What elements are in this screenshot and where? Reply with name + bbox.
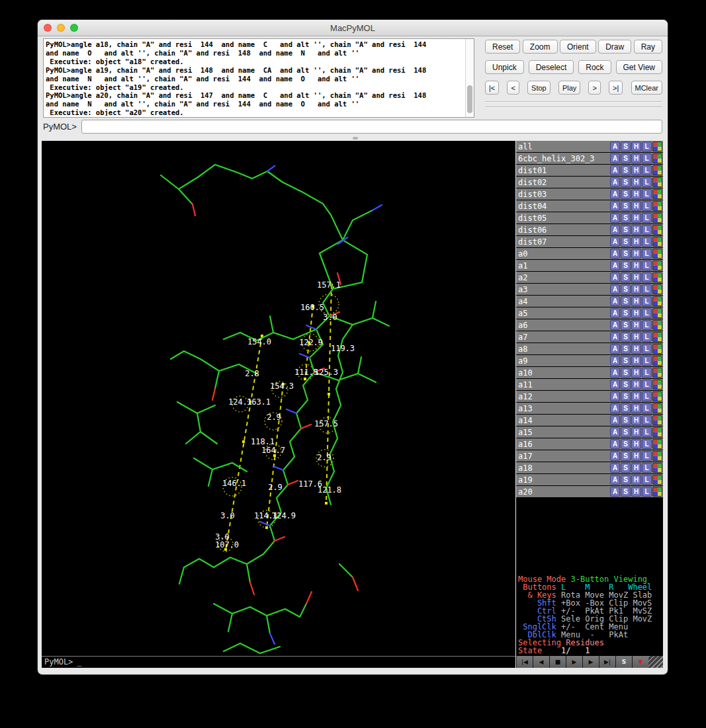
object-name[interactable]: a3 [516, 285, 610, 294]
object-name[interactable]: a17 [516, 452, 610, 461]
object-a4-a-button[interactable]: A [610, 296, 620, 306]
object-a2-h-button[interactable]: H [631, 272, 641, 282]
object-a14-l-button[interactable]: L [642, 415, 652, 425]
object-a5-s-button[interactable]: S [621, 308, 631, 318]
object-a17-l-button[interactable]: L [642, 451, 652, 461]
object-a0-l-button[interactable]: L [642, 249, 652, 259]
object-dist03-s-button[interactable]: S [621, 189, 631, 199]
object-name[interactable]: a10 [516, 368, 610, 378]
object-a15-l-button[interactable]: L [642, 427, 652, 437]
toolbar-button-zoom[interactable]: Zoom [523, 40, 558, 54]
object-a11-h-button[interactable]: H [631, 380, 641, 389]
object-a16-c-button[interactable] [652, 439, 662, 449]
object-name[interactable]: a14 [516, 416, 610, 425]
object-a0-c-button[interactable] [652, 249, 662, 259]
command-input[interactable] [81, 120, 662, 134]
object-6cbc_helix_302_3-h-button[interactable]: H [631, 153, 641, 163]
playback-first-button[interactable]: |◀ [516, 656, 533, 668]
object-a20-h-button[interactable]: H [631, 487, 641, 497]
object-a19-l-button[interactable]: L [642, 475, 652, 485]
object-a10-c-button[interactable] [652, 368, 662, 378]
object-name[interactable]: a0 [516, 249, 610, 259]
object-a20-s-button[interactable]: S [621, 487, 631, 497]
object-dist06-c-button[interactable] [652, 225, 662, 235]
object-a8-h-button[interactable]: H [631, 344, 641, 354]
object-name[interactable]: a4 [516, 297, 610, 306]
object-dist05-s-button[interactable]: S [621, 213, 631, 223]
toolbar-button-nav[interactable]: >| [609, 81, 623, 95]
object-name[interactable]: a11 [516, 380, 610, 389]
object-name[interactable]: 6cbc_helix_302_3 [516, 154, 610, 163]
object-all-l-button[interactable]: L [642, 142, 652, 151]
object-6cbc_helix_302_3-s-button[interactable]: S [621, 153, 631, 163]
object-a1-l-button[interactable]: L [642, 261, 652, 270]
object-a9-c-button[interactable] [652, 356, 662, 366]
viewport[interactable]: 157.1160.53.0154.0122.9119.32.8111.5125.… [42, 141, 515, 668]
object-dist03-h-button[interactable]: H [631, 189, 641, 199]
object-a13-l-button[interactable]: L [642, 403, 652, 413]
object-a4-h-button[interactable]: H [631, 296, 641, 306]
object-a9-a-button[interactable]: A [610, 356, 620, 366]
object-a1-h-button[interactable]: H [631, 261, 641, 270]
object-a8-s-button[interactable]: S [621, 344, 631, 354]
object-name[interactable]: a15 [516, 428, 610, 437]
object-dist07-s-button[interactable]: S [621, 237, 631, 247]
object-a19-s-button[interactable]: S [621, 475, 631, 485]
toolbar-button-deselect[interactable]: Deselect [529, 60, 574, 74]
object-a16-h-button[interactable]: H [631, 439, 641, 449]
toolbar-button-nav[interactable]: > [588, 81, 600, 95]
object-name[interactable]: a9 [516, 356, 610, 366]
object-name[interactable]: a6 [516, 321, 610, 330]
object-dist01-h-button[interactable]: H [631, 165, 641, 175]
object-a6-a-button[interactable]: A [610, 320, 620, 330]
object-a20-a-button[interactable]: A [610, 487, 620, 497]
console-scrollbar[interactable] [465, 39, 474, 117]
object-dist07-l-button[interactable]: L [642, 237, 652, 247]
object-a7-a-button[interactable]: A [610, 332, 620, 342]
object-a12-c-button[interactable] [652, 391, 662, 401]
playback-last-button[interactable]: ▶| [599, 656, 615, 668]
object-name[interactable]: dist04 [516, 202, 610, 211]
toolbar-button-nav[interactable]: |< [485, 81, 499, 95]
zoom-button[interactable] [70, 24, 78, 32]
toolbar-button-play[interactable]: Play [558, 81, 580, 95]
object-a16-l-button[interactable]: L [642, 439, 652, 449]
object-all-s-button[interactable]: S [621, 142, 631, 151]
object-dist03-l-button[interactable]: L [642, 189, 652, 199]
object-dist05-h-button[interactable]: H [631, 213, 641, 223]
object-dist06-h-button[interactable]: H [631, 225, 641, 235]
object-a6-s-button[interactable]: S [621, 320, 631, 330]
object-a5-a-button[interactable]: A [610, 308, 620, 318]
object-a19-a-button[interactable]: A [610, 475, 620, 485]
object-dist04-h-button[interactable]: H [631, 201, 641, 211]
object-a15-a-button[interactable]: A [610, 427, 620, 437]
playback-stop-button[interactable]: ■ [549, 656, 566, 668]
object-a7-c-button[interactable] [652, 332, 662, 342]
object-name[interactable]: a8 [516, 344, 610, 354]
object-all-h-button[interactable]: H [631, 142, 641, 151]
object-name[interactable]: dist07 [516, 237, 610, 247]
object-a9-l-button[interactable]: L [642, 356, 652, 366]
object-a14-a-button[interactable]: A [610, 415, 620, 425]
object-a2-a-button[interactable]: A [610, 272, 620, 282]
object-dist06-a-button[interactable]: A [610, 225, 620, 235]
toolbar-button-mclear[interactable]: MClear [631, 81, 662, 95]
object-a3-l-button[interactable]: L [642, 284, 652, 294]
object-dist04-c-button[interactable] [652, 201, 662, 211]
object-a3-h-button[interactable]: H [631, 284, 641, 294]
object-dist07-c-button[interactable] [652, 237, 662, 247]
object-a14-h-button[interactable]: H [631, 415, 641, 425]
object-a9-h-button[interactable]: H [631, 356, 641, 366]
object-a18-c-button[interactable] [652, 463, 662, 473]
object-a10-h-button[interactable]: H [631, 368, 641, 378]
object-all-c-button[interactable] [652, 142, 662, 151]
object-a18-s-button[interactable]: S [621, 463, 631, 473]
object-name[interactable]: dist02 [516, 178, 610, 187]
toolbar-button-stop[interactable]: Stop [527, 81, 551, 95]
object-a14-c-button[interactable] [652, 415, 662, 425]
object-a4-c-button[interactable] [652, 296, 662, 306]
object-dist05-l-button[interactable]: L [642, 213, 652, 223]
object-all-a-button[interactable]: A [610, 142, 620, 151]
object-dist06-l-button[interactable]: L [642, 225, 652, 235]
object-name[interactable]: a12 [516, 392, 610, 401]
